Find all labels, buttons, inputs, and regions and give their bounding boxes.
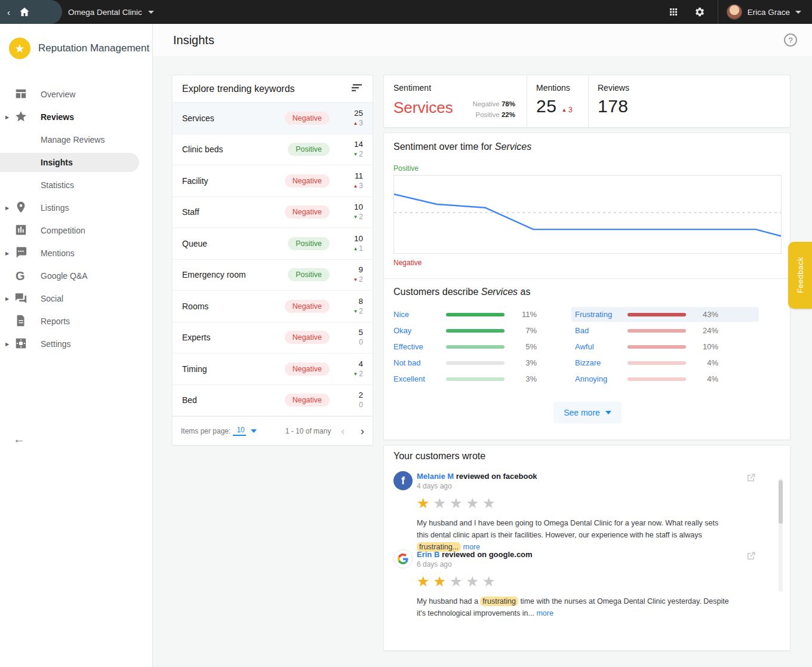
keyword-row[interactable]: Services Negative 25 ▲3 <box>173 103 373 134</box>
items-per-page-caret-icon[interactable] <box>251 429 257 433</box>
sidebar-item-reviews[interactable]: ▶ Reviews <box>0 106 152 128</box>
external-link-icon[interactable] <box>745 551 756 564</box>
mentions-label: Mentions <box>536 83 573 93</box>
keyword-trend: ▼2 <box>345 275 363 284</box>
positive-ratio-label: Positive <box>475 111 499 118</box>
keyword-row[interactable]: Emergency room Positive 9 ▼2 <box>173 260 373 291</box>
trend-up-arrow-icon: ▲ <box>353 183 358 189</box>
keyword-label: Clinic beds <box>182 145 288 154</box>
keyword-row[interactable]: Experts Negative 5 0 <box>173 322 373 354</box>
sidebar: ★ Reputation Management ▶ Overview ▶ Rev… <box>0 24 153 667</box>
sort-icon[interactable] <box>351 83 363 95</box>
negative-terms-column: Frustrating 43% Bad 24% Awful 10% Bizzar… <box>575 306 745 387</box>
home-icon[interactable] <box>19 6 30 18</box>
keyword-counts: 10 ▲1 <box>345 234 363 253</box>
sentiment-badge: Negative <box>285 174 330 188</box>
pagination-prev-icon[interactable]: ‹ <box>341 425 345 438</box>
see-more-button[interactable]: See more <box>553 402 622 423</box>
gear-icon[interactable] <box>687 0 713 24</box>
feedback-tab[interactable]: Feedback <box>788 242 812 309</box>
keyword-row[interactable]: Facility Negative 11 ▲3 <box>173 165 373 197</box>
keyword-count: 8 <box>345 297 363 307</box>
sentiment-badge: Positive <box>288 143 330 156</box>
section-divider <box>384 278 790 279</box>
keywords-panel-header: Explore trending keywords <box>173 75 373 103</box>
apps-grid-icon[interactable] <box>660 0 687 24</box>
expand-arrow-icon[interactable]: ▶ <box>5 115 9 120</box>
star-rating-icon: ★ <box>450 495 466 511</box>
describe-term-row: Frustrating 43% <box>575 306 745 322</box>
expand-arrow-icon[interactable]: ▶ <box>5 251 9 256</box>
term-label-link[interactable]: Annoying <box>575 374 628 383</box>
sidebar-item-mentions[interactable]: ▶ Mentions <box>0 242 152 265</box>
star-rating: ★★★★★ <box>417 573 499 590</box>
star-rating-icon: ★ <box>433 573 450 589</box>
term-label-link[interactable]: Bad <box>575 326 628 335</box>
sidebar-item-listings[interactable]: ▶ Listings <box>0 196 152 219</box>
summary-card: Sentiment Services Negative 78% Positive… <box>383 75 791 128</box>
term-label-link[interactable]: Frustrating <box>575 310 628 319</box>
term-bar <box>446 345 505 349</box>
account-switcher[interactable]: Omega Dental Clinic <box>68 0 154 24</box>
sidebar-item-competition[interactable]: ▶ Competition <box>0 219 152 242</box>
term-label-link[interactable]: Excellent <box>393 374 446 383</box>
sidebar-item-overview[interactable]: ▶ Overview <box>0 83 152 106</box>
back-chevron-icon[interactable]: ‹ <box>7 7 10 17</box>
keyword-row[interactable]: Staff Negative 10 ▼2 <box>173 197 373 229</box>
keyword-row[interactable]: Clinic beds Positive 14 ▼2 <box>173 134 373 166</box>
expand-arrow-icon[interactable]: ▶ <box>5 205 9 211</box>
describe-title-keyword: Services <box>481 287 518 297</box>
keyword-count: 25 <box>345 109 363 119</box>
reviews-section-title: Your customers wrote <box>393 451 485 462</box>
user-menu[interactable]: Erica Grace <box>718 0 812 24</box>
term-label-link[interactable]: Not bad <box>393 358 446 367</box>
term-label-link[interactable]: Effective <box>393 342 446 351</box>
sidebar-item-label: Reports <box>41 316 70 326</box>
sidebar-item-reports[interactable]: ▶ Reports <box>0 310 152 333</box>
sidebar-item-label: Mentions <box>41 248 75 258</box>
sidebar-item-statistics[interactable]: ▶ Statistics <box>0 174 152 196</box>
describe-term-row: Annoying 4% <box>575 371 745 387</box>
term-label-link[interactable]: Bizzare <box>575 358 628 367</box>
sidebar-item-manage-reviews[interactable]: ▶ Manage Reviews <box>0 128 152 151</box>
reviews-summary: Reviews 178 <box>598 83 629 116</box>
keyword-counts: 14 ▼2 <box>345 140 363 159</box>
star-rating-icon: ★ <box>466 573 483 589</box>
trend-down-arrow-icon: ▼ <box>353 309 358 314</box>
review-author-link[interactable]: Melanie M <box>417 472 454 481</box>
keyword-label: Experts <box>182 333 285 342</box>
sidebar-header: ★ Reputation Management <box>0 24 152 73</box>
term-label-link[interactable]: Awful <box>575 342 628 351</box>
collapse-sidebar-arrow-icon[interactable]: ← <box>13 432 25 446</box>
review-author-link[interactable]: Erin B <box>417 550 439 559</box>
expand-arrow-icon[interactable]: ▶ <box>5 296 9 302</box>
sidebar-item-google-q-a[interactable]: ▶ G Google Q&A <box>0 265 152 287</box>
external-link-icon[interactable] <box>745 472 756 486</box>
items-per-page-select[interactable]: 10 <box>233 426 245 436</box>
term-label-link[interactable]: Okay <box>393 326 446 335</box>
sentiment-badge: Negative <box>285 362 330 376</box>
keyword-row[interactable]: Queue Positive 10 ▲1 <box>173 228 373 260</box>
pagination-next-icon[interactable]: › <box>361 425 364 438</box>
expand-arrow-icon[interactable]: ▶ <box>5 342 9 347</box>
help-icon[interactable]: ? <box>784 33 797 47</box>
sidebar-item-settings[interactable]: ▶ Settings <box>0 333 152 355</box>
describe-title: Customers describe Services as <box>393 287 530 297</box>
sidebar-item-insights[interactable]: ▶ Insights <box>0 151 152 174</box>
review-action: reviewed on google.com <box>442 550 533 559</box>
scrollbar-thumb[interactable] <box>779 480 783 524</box>
keyword-counts: 5 0 <box>345 328 363 347</box>
term-label-link[interactable]: Nice <box>393 310 446 319</box>
describe-term-row: Awful 10% <box>575 339 745 355</box>
keyword-row[interactable]: Timing Negative 4 ▼2 <box>173 354 373 385</box>
sentiment-badge: Negative <box>285 300 330 313</box>
keyword-row[interactable]: Rooms Negative 8 ▼2 <box>173 291 373 322</box>
more-link[interactable]: more <box>536 609 553 617</box>
keyword-label: Facility <box>182 176 285 186</box>
term-bar <box>628 313 686 316</box>
sidebar-item-social[interactable]: ▶ Social <box>0 287 152 310</box>
chevron-down-icon <box>605 411 611 414</box>
keyword-row[interactable]: Bed Negative 2 0 <box>173 385 373 417</box>
keyword-trend: ▲1 <box>345 244 363 253</box>
keyword-trend: ▼2 <box>345 150 363 159</box>
